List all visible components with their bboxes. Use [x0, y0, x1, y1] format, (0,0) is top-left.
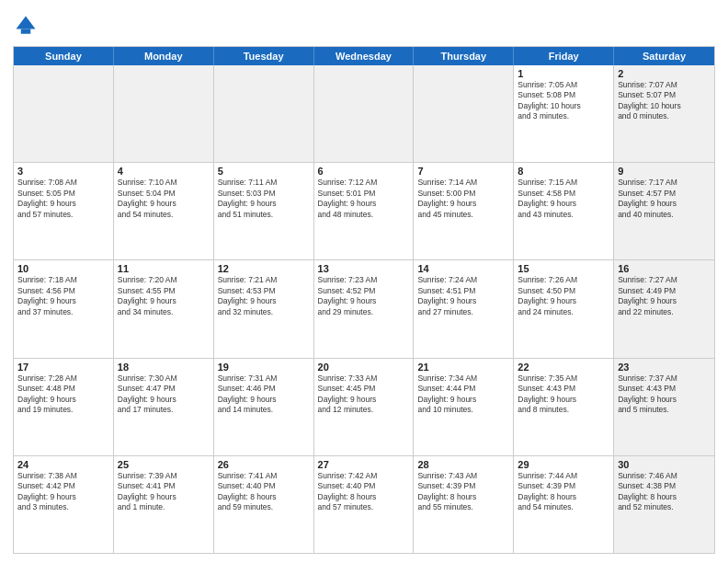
day-number: 25 — [118, 459, 210, 470]
day-info: Sunrise: 7:17 AMSunset: 4:57 PMDaylight:… — [618, 178, 711, 220]
day-number: 12 — [218, 263, 310, 274]
day-number: 6 — [318, 166, 410, 177]
cal-cell-empty-0-0 — [14, 65, 114, 162]
cal-cell-17: 17Sunrise: 7:28 AMSunset: 4:48 PMDayligh… — [14, 359, 114, 455]
day-number: 24 — [17, 459, 109, 470]
day-info: Sunrise: 7:10 AMSunset: 5:04 PMDaylight:… — [118, 178, 210, 220]
cal-cell-25: 25Sunrise: 7:39 AMSunset: 4:41 PMDayligh… — [114, 456, 214, 553]
day-number: 20 — [318, 362, 410, 373]
header-day-tuesday: Tuesday — [214, 47, 314, 65]
cal-cell-24: 24Sunrise: 7:38 AMSunset: 4:42 PMDayligh… — [14, 456, 114, 553]
day-number: 26 — [218, 459, 310, 470]
day-number: 3 — [17, 166, 109, 177]
day-info: Sunrise: 7:21 AMSunset: 4:53 PMDaylight:… — [218, 275, 310, 317]
day-info: Sunrise: 7:05 AMSunset: 5:08 PMDaylight:… — [518, 80, 609, 122]
day-info: Sunrise: 7:11 AMSunset: 5:03 PMDaylight:… — [218, 178, 310, 220]
day-info: Sunrise: 7:46 AMSunset: 4:38 PMDaylight:… — [618, 471, 711, 513]
cal-cell-29: 29Sunrise: 7:44 AMSunset: 4:39 PMDayligh… — [514, 456, 614, 553]
cal-cell-empty-0-2 — [214, 65, 314, 162]
day-number: 22 — [518, 362, 609, 373]
day-info: Sunrise: 7:27 AMSunset: 4:49 PMDaylight:… — [618, 275, 711, 317]
week-row-1: 3Sunrise: 7:08 AMSunset: 5:05 PMDaylight… — [14, 163, 714, 260]
cal-cell-3: 3Sunrise: 7:08 AMSunset: 5:05 PMDaylight… — [14, 163, 114, 259]
day-number: 9 — [618, 166, 711, 177]
header-day-sunday: Sunday — [14, 47, 114, 65]
cal-cell-9: 9Sunrise: 7:17 AMSunset: 4:57 PMDaylight… — [614, 163, 714, 259]
cal-cell-empty-0-3 — [314, 65, 415, 162]
cal-cell-30: 30Sunrise: 7:46 AMSunset: 4:38 PMDayligh… — [614, 456, 714, 553]
day-number: 28 — [417, 459, 509, 470]
calendar-header: SundayMondayTuesdayWednesdayThursdayFrid… — [14, 47, 714, 65]
cal-cell-6: 6Sunrise: 7:12 AMSunset: 5:01 PMDaylight… — [314, 163, 415, 259]
calendar-body: 1Sunrise: 7:05 AMSunset: 5:08 PMDaylight… — [14, 65, 714, 553]
week-row-0: 1Sunrise: 7:05 AMSunset: 5:08 PMDaylight… — [14, 65, 714, 163]
day-number: 30 — [618, 459, 711, 470]
cal-cell-21: 21Sunrise: 7:34 AMSunset: 4:44 PMDayligh… — [414, 359, 514, 455]
day-info: Sunrise: 7:12 AMSunset: 5:01 PMDaylight:… — [318, 178, 410, 220]
day-info: Sunrise: 7:07 AMSunset: 5:07 PMDaylight:… — [618, 80, 711, 122]
day-number: 29 — [518, 459, 609, 470]
day-info: Sunrise: 7:42 AMSunset: 4:40 PMDaylight:… — [318, 471, 410, 513]
svg-rect-1 — [21, 29, 31, 34]
day-number: 10 — [17, 263, 109, 274]
week-row-2: 10Sunrise: 7:18 AMSunset: 4:56 PMDayligh… — [14, 260, 714, 358]
cal-cell-14: 14Sunrise: 7:24 AMSunset: 4:51 PMDayligh… — [414, 260, 514, 357]
day-number: 27 — [318, 459, 410, 470]
cal-cell-empty-0-4 — [414, 65, 514, 162]
day-number: 17 — [17, 362, 109, 373]
day-info: Sunrise: 7:41 AMSunset: 4:40 PMDaylight:… — [218, 471, 310, 513]
day-info: Sunrise: 7:24 AMSunset: 4:51 PMDaylight:… — [417, 275, 509, 317]
day-number: 1 — [518, 68, 609, 79]
page: SundayMondayTuesdayWednesdayThursdayFrid… — [0, 0, 728, 563]
day-number: 7 — [417, 166, 509, 177]
day-number: 13 — [318, 263, 410, 274]
logo — [13, 13, 42, 39]
day-info: Sunrise: 7:31 AMSunset: 4:46 PMDaylight:… — [218, 373, 310, 416]
cal-cell-1: 1Sunrise: 7:05 AMSunset: 5:08 PMDaylight… — [514, 65, 614, 162]
cal-cell-8: 8Sunrise: 7:15 AMSunset: 4:58 PMDaylight… — [514, 163, 614, 259]
day-number: 16 — [618, 263, 711, 274]
svg-marker-0 — [17, 17, 36, 29]
header-day-friday: Friday — [514, 47, 614, 65]
day-info: Sunrise: 7:39 AMSunset: 4:41 PMDaylight:… — [118, 471, 210, 513]
cal-cell-23: 23Sunrise: 7:37 AMSunset: 4:43 PMDayligh… — [614, 359, 714, 455]
day-info: Sunrise: 7:30 AMSunset: 4:47 PMDaylight:… — [118, 373, 210, 416]
day-number: 8 — [518, 166, 609, 177]
cal-cell-19: 19Sunrise: 7:31 AMSunset: 4:46 PMDayligh… — [214, 359, 314, 455]
cal-cell-11: 11Sunrise: 7:20 AMSunset: 4:55 PMDayligh… — [114, 260, 214, 357]
day-number: 21 — [417, 362, 509, 373]
cal-cell-12: 12Sunrise: 7:21 AMSunset: 4:53 PMDayligh… — [214, 260, 314, 357]
cal-cell-16: 16Sunrise: 7:27 AMSunset: 4:49 PMDayligh… — [614, 260, 714, 357]
day-number: 19 — [218, 362, 310, 373]
day-info: Sunrise: 7:23 AMSunset: 4:52 PMDaylight:… — [318, 275, 410, 317]
cal-cell-22: 22Sunrise: 7:35 AMSunset: 4:43 PMDayligh… — [514, 359, 614, 455]
day-number: 5 — [218, 166, 310, 177]
header-day-saturday: Saturday — [614, 47, 714, 65]
cal-cell-empty-0-1 — [114, 65, 214, 162]
day-number: 15 — [518, 263, 609, 274]
day-info: Sunrise: 7:18 AMSunset: 4:56 PMDaylight:… — [17, 275, 109, 317]
day-info: Sunrise: 7:28 AMSunset: 4:48 PMDaylight:… — [17, 373, 109, 416]
logo-icon — [13, 13, 39, 39]
cal-cell-26: 26Sunrise: 7:41 AMSunset: 4:40 PMDayligh… — [214, 456, 314, 553]
day-info: Sunrise: 7:20 AMSunset: 4:55 PMDaylight:… — [118, 275, 210, 317]
cal-cell-7: 7Sunrise: 7:14 AMSunset: 5:00 PMDaylight… — [414, 163, 514, 259]
day-info: Sunrise: 7:35 AMSunset: 4:43 PMDaylight:… — [518, 373, 609, 416]
day-number: 11 — [118, 263, 210, 274]
day-number: 23 — [618, 362, 711, 373]
day-info: Sunrise: 7:37 AMSunset: 4:43 PMDaylight:… — [618, 373, 711, 416]
cal-cell-27: 27Sunrise: 7:42 AMSunset: 4:40 PMDayligh… — [314, 456, 415, 553]
day-info: Sunrise: 7:26 AMSunset: 4:50 PMDaylight:… — [518, 275, 609, 317]
cal-cell-20: 20Sunrise: 7:33 AMSunset: 4:45 PMDayligh… — [314, 359, 415, 455]
cal-cell-15: 15Sunrise: 7:26 AMSunset: 4:50 PMDayligh… — [514, 260, 614, 357]
day-info: Sunrise: 7:38 AMSunset: 4:42 PMDaylight:… — [17, 471, 109, 513]
day-info: Sunrise: 7:33 AMSunset: 4:45 PMDaylight:… — [318, 373, 410, 416]
day-info: Sunrise: 7:43 AMSunset: 4:39 PMDaylight:… — [417, 471, 509, 513]
cal-cell-28: 28Sunrise: 7:43 AMSunset: 4:39 PMDayligh… — [414, 456, 514, 553]
day-info: Sunrise: 7:34 AMSunset: 4:44 PMDaylight:… — [417, 373, 509, 416]
day-info: Sunrise: 7:08 AMSunset: 5:05 PMDaylight:… — [17, 178, 109, 220]
day-number: 4 — [118, 166, 210, 177]
day-info: Sunrise: 7:15 AMSunset: 4:58 PMDaylight:… — [518, 178, 609, 220]
day-number: 18 — [118, 362, 210, 373]
day-number: 2 — [618, 68, 711, 79]
